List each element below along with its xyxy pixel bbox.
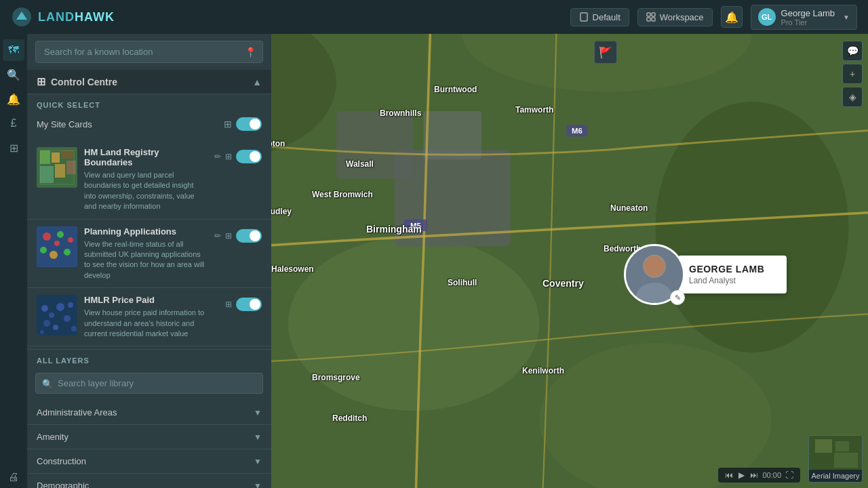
layer-title-planning: Planning Applications [84,226,208,237]
svg-rect-12 [55,164,65,178]
svg-rect-43 [423,111,481,159]
chevron-down-icon: ▼ [843,14,850,21]
user-name: George Lamb [781,8,835,18]
sidebar-item-map[interactable]: 🗺 [3,39,24,61]
avatar-edit-icon[interactable]: ✎ [670,290,685,305]
sidebar-item-currency[interactable]: £ [3,113,24,134]
bookmark-icon [579,12,589,22]
grid-settings-icon[interactable]: ⊞ [224,119,232,129]
svg-text:M6: M6 [572,127,583,135]
svg-point-27 [56,303,64,311]
svg-point-16 [43,232,51,241]
workspace-button[interactable]: Workspace [637,8,713,26]
sidebar-item-search[interactable]: 🔍 [3,64,24,85]
svg-rect-2 [580,13,587,21]
svg-rect-56 [815,439,832,453]
layer-toggle-hmlr-price[interactable] [236,298,262,311]
svg-point-26 [49,312,54,318]
control-panel: 📍 ⊞ Control Centre ▲ QUICK SELECT My Sit… [27,34,271,488]
settings-icon[interactable]: ⊞ [225,152,232,161]
default-button[interactable]: Default [570,8,629,26]
category-label-admin: Administrative Areas [37,407,117,418]
svg-rect-11 [40,166,54,183]
layer-thumb-planning [37,226,77,267]
svg-rect-15 [37,226,77,267]
sidebar-item-print[interactable]: 🖨 [3,466,24,488]
svg-point-28 [43,320,50,327]
prev-frame-button[interactable]: ⏮ [724,470,734,480]
control-centre-title: Control Centre [51,77,117,87]
profile-role: Land Analyst [689,276,776,285]
aerial-thumb [808,436,863,470]
svg-rect-6 [652,18,655,21]
chevron-right-icon-amenity: ▼ [254,432,262,442]
svg-point-38 [288,237,540,411]
map-comment-tool[interactable]: 💬 [842,41,863,61]
notifications-button[interactable]: 🔔 [721,6,743,28]
my-site-cards-row: My Site Cards ⊞ [27,113,271,135]
category-demographic[interactable]: Demographic ▼ [27,474,271,488]
location-search-input[interactable] [35,41,263,63]
settings-icon-planning[interactable]: ⊞ [225,231,232,241]
video-time: 00:00 [762,471,781,479]
svg-point-17 [57,231,64,238]
aerial-imagery-toggle[interactable]: Aerial Imagery [808,435,863,483]
chevron-right-icon-admin: ▼ [254,408,262,418]
svg-point-20 [50,251,58,259]
svg-point-21 [64,249,71,256]
layer-desc-hmlr-price: View house price paid information to und… [84,308,218,339]
video-controls: ⏮ ▶ ⏭ 00:00 ⛶ [718,468,800,483]
svg-rect-57 [835,441,849,451]
svg-rect-8 [40,150,50,164]
layer-toggle-planning[interactable] [236,229,262,243]
layer-search-icon: 🔍 [42,378,53,388]
sidebar-item-notifications[interactable]: 🔔 [3,88,24,110]
top-navigation: LANDHAWK Default Workspace 🔔 GL George L… [0,0,868,34]
layer-title-hmlr-price: HMLR Price Paid [84,295,218,305]
edit-icon[interactable]: ✏ [214,152,221,161]
flag-button[interactable]: 🚩 [594,41,617,64]
all-layers-label: ALL LAYERS [27,349,271,369]
user-avatar: GL [758,8,776,26]
location-search-bar: 📍 [35,41,263,63]
settings-icon-hmlr[interactable]: ⊞ [225,300,232,309]
svg-rect-58 [812,455,832,467]
play-button[interactable]: ▶ [737,470,746,480]
map-zoom-in-tool[interactable]: + [842,64,863,84]
next-frame-button[interactable]: ⏭ [749,470,760,480]
edit-icon-planning[interactable]: ✏ [214,231,221,241]
layer-desc-planning: View the real-time status of all submitt… [84,239,208,281]
my-site-cards-toggle[interactable] [236,117,262,131]
layer-card-hmlr-price: HMLR Price Paid View house price paid in… [27,288,271,346]
control-centre-header: ⊞ Control Centre ▲ [27,70,271,94]
user-menu-button[interactable]: GL George Lamb Pro Tier ▼ [751,5,857,30]
sidebar-icons: 🗺 🔍 🔔 £ ⊞ 🖨 [0,34,27,488]
quick-select-label: QUICK SELECT [27,94,271,113]
category-construction[interactable]: Construction ▼ [27,449,271,474]
svg-point-30 [64,315,71,322]
category-label-construction: Construction [37,456,86,466]
location-search-icon: 📍 [245,47,256,58]
layer-title-hm-registry: HM Land Registry Boundaries [84,147,208,167]
control-centre-icon: ⊞ [37,75,45,88]
svg-rect-5 [647,18,650,21]
sidebar-item-grid[interactable]: ⊞ [3,137,24,159]
svg-rect-10 [61,150,73,159]
svg-rect-9 [52,152,60,163]
category-administrative-areas[interactable]: Administrative Areas ▼ [27,401,271,425]
chevron-up-icon[interactable]: ▲ [252,77,262,87]
map-tools: 💬 + ◈ [842,41,863,107]
nav-right: Default Workspace 🔔 GL George Lamb Pro T… [570,5,857,30]
map-layers-tool[interactable]: ◈ [842,87,863,107]
category-amenity[interactable]: Amenity ▼ [27,425,271,449]
profile-card: ✎ GEORGE LAMB Land Analyst [624,244,787,305]
fullscreen-button[interactable]: ⛶ [784,470,795,480]
svg-point-33 [71,326,77,331]
layer-toggle-hm-registry[interactable] [236,150,262,163]
layer-card-planning: Planning Applications View the real-time… [27,220,271,289]
chevron-right-icon-construction: ▼ [254,457,262,466]
svg-point-18 [68,237,73,243]
layer-search-bar: 🔍 [35,373,263,394]
svg-rect-4 [652,13,655,16]
layer-search-input[interactable] [35,373,263,394]
